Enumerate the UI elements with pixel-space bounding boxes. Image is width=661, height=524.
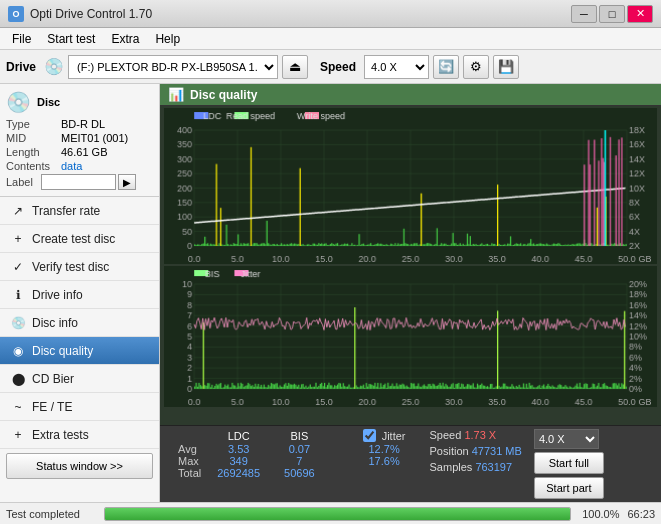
toolbar: Drive 💿 (F:) PLEXTOR BD-R PX-LB950SA 1.0… xyxy=(0,50,661,84)
disc-section-icon: 💿 xyxy=(6,90,31,114)
jitter-header: Jitter xyxy=(382,430,406,442)
disc-section-title: Disc xyxy=(37,96,60,108)
nav-verify-test-label: Verify test disc xyxy=(32,260,109,274)
nav-create-test-disc[interactable]: + Create test disc xyxy=(0,225,159,253)
total-ldc: 2692485 xyxy=(205,467,272,479)
label-field-label: Label xyxy=(6,176,41,188)
position-label: Position xyxy=(430,445,469,457)
contents-value: data xyxy=(61,160,82,172)
progress-percent: 100.0% xyxy=(579,508,619,520)
settings-button[interactable]: ⚙ xyxy=(463,55,489,79)
title-bar: O Opti Drive Control 1.70 ─ □ ✕ xyxy=(0,0,661,28)
nav-create-test-label: Create test disc xyxy=(32,232,115,246)
nav-cd-bier[interactable]: ⬤ CD Bier xyxy=(0,365,159,393)
total-bis: 50696 xyxy=(272,467,327,479)
nav-cd-bier-label: CD Bier xyxy=(32,372,74,386)
nav-transfer-rate-label: Transfer rate xyxy=(32,204,100,218)
max-row: Max 349 7 17.6% xyxy=(166,455,418,467)
speed-label: Speed xyxy=(320,60,356,74)
status-window-button[interactable]: Status window >> xyxy=(6,453,153,479)
progress-fill xyxy=(105,508,570,520)
start-full-button[interactable]: Start full xyxy=(534,452,604,474)
drive-label: Drive xyxy=(6,60,36,74)
disc-info-panel: 💿 Disc Type BD-R DL MID MEIT01 (001) Len… xyxy=(0,84,159,197)
nav-fe-te-label: FE / TE xyxy=(32,400,72,414)
max-jitter: 17.6% xyxy=(351,455,418,467)
minimize-button[interactable]: ─ xyxy=(571,5,597,23)
menu-bar: File Start test Extra Help xyxy=(0,28,661,50)
speed-info: Speed 1.73 X xyxy=(430,429,522,441)
nav-extra-tests-label: Extra tests xyxy=(32,428,89,442)
main-area: 💿 Disc Type BD-R DL MID MEIT01 (001) Len… xyxy=(0,84,661,502)
samples-value: 763197 xyxy=(475,461,512,473)
nav-transfer-rate[interactable]: ↗ Transfer rate xyxy=(0,197,159,225)
nav-disc-quality[interactable]: ◉ Disc quality xyxy=(0,337,159,365)
avg-label: Avg xyxy=(166,443,205,455)
avg-ldc: 3.53 xyxy=(205,443,272,455)
chart-header: 📊 Disc quality xyxy=(160,84,661,106)
nav-disc-quality-label: Disc quality xyxy=(32,344,93,358)
stats-table: LDC BIS Jitter Avg 3.5 xyxy=(166,429,418,479)
verify-test-icon: ✓ xyxy=(10,259,26,275)
nav-verify-test-disc[interactable]: ✓ Verify test disc xyxy=(0,253,159,281)
label-apply-button[interactable]: ▶ xyxy=(118,174,136,190)
contents-label: Contents xyxy=(6,160,61,172)
chart-panel: 📊 Disc quality LDC BIS xyxy=(160,84,661,502)
app-title: Opti Drive Control 1.70 xyxy=(30,7,571,21)
menu-start-test[interactable]: Start test xyxy=(39,30,103,48)
bis-header: BIS xyxy=(272,429,327,443)
nav-drive-info-label: Drive info xyxy=(32,288,83,302)
mid-value: MEIT01 (001) xyxy=(61,132,128,144)
speed-info-value: 1.73 X xyxy=(464,429,496,441)
length-label: Length xyxy=(6,146,61,158)
mid-label: MID xyxy=(6,132,61,144)
refresh-button[interactable]: 🔄 xyxy=(433,55,459,79)
time-elapsed: 66:23 xyxy=(627,508,655,520)
fe-te-icon: ~ xyxy=(10,399,26,415)
nav-drive-info[interactable]: ℹ Drive info xyxy=(0,281,159,309)
start-part-button[interactable]: Start part xyxy=(534,477,604,499)
nav-fe-te[interactable]: ~ FE / TE xyxy=(0,393,159,421)
position-info: Position 47731 MB xyxy=(430,445,522,457)
menu-file[interactable]: File xyxy=(4,30,39,48)
charts-area xyxy=(160,106,661,425)
stats-bar: LDC BIS Jitter Avg 3.5 xyxy=(160,425,661,502)
disc-info-icon: 💿 xyxy=(10,315,26,331)
total-label: Total xyxy=(166,467,205,479)
nav-extra-tests[interactable]: + Extra tests xyxy=(0,421,159,449)
menu-help[interactable]: Help xyxy=(147,30,188,48)
speed-info-label: Speed xyxy=(430,429,462,441)
avg-row: Avg 3.53 0.07 12.7% xyxy=(166,443,418,455)
type-label: Type xyxy=(6,118,61,130)
eject-button[interactable]: ⏏ xyxy=(282,55,308,79)
speed-select[interactable]: 4.0 X xyxy=(364,55,429,79)
status-text: Test completed xyxy=(6,508,96,520)
progress-container xyxy=(104,507,571,521)
label-input[interactable] xyxy=(41,174,116,190)
max-bis: 7 xyxy=(272,455,327,467)
chart-title: Disc quality xyxy=(190,88,257,102)
nav-menu: ↗ Transfer rate + Create test disc ✓ Ver… xyxy=(0,197,159,449)
sidebar: 💿 Disc Type BD-R DL MID MEIT01 (001) Len… xyxy=(0,84,160,502)
maximize-button[interactable]: □ xyxy=(599,5,625,23)
jitter-checkbox[interactable] xyxy=(363,429,376,442)
length-value: 46.61 GB xyxy=(61,146,107,158)
progress-bar-area: Test completed 100.0% 66:23 xyxy=(0,502,661,524)
drive-icon: 💿 xyxy=(44,57,64,76)
speed-dropdown[interactable]: 4.0 X xyxy=(534,429,599,449)
lower-chart xyxy=(164,266,657,407)
position-value: 47731 MB xyxy=(472,445,522,457)
drive-info-icon: ℹ xyxy=(10,287,26,303)
max-ldc: 349 xyxy=(205,455,272,467)
jitter-section: Jitter xyxy=(351,429,418,443)
cd-bier-icon: ⬤ xyxy=(10,371,26,387)
menu-extra[interactable]: Extra xyxy=(103,30,147,48)
max-label: Max xyxy=(166,455,205,467)
nav-disc-info[interactable]: 💿 Disc info xyxy=(0,309,159,337)
drive-select[interactable]: (F:) PLEXTOR BD-R PX-LB950SA 1.06 xyxy=(68,55,278,79)
close-button[interactable]: ✕ xyxy=(627,5,653,23)
window-controls: ─ □ ✕ xyxy=(571,5,653,23)
app-icon: O xyxy=(8,6,24,22)
extra-tests-icon: + xyxy=(10,427,26,443)
save-button[interactable]: 💾 xyxy=(493,55,519,79)
